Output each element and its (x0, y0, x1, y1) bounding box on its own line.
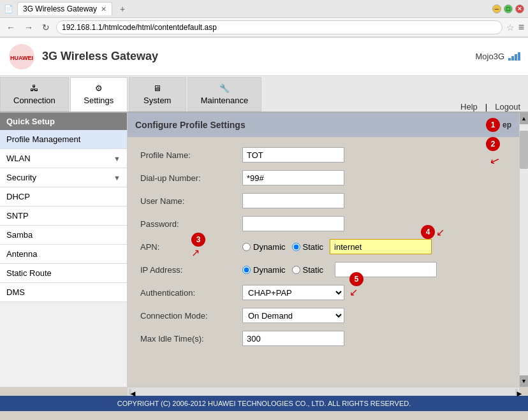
max-idle-input[interactable] (242, 331, 344, 346)
form-row-profile-name: Profile Name: (140, 147, 506, 163)
sidebar-item-wlan[interactable]: WLAN ▼ (0, 149, 127, 168)
huawei-logo: HUAWEI (8, 43, 36, 71)
tab-system[interactable]: 🖥 System (129, 77, 186, 112)
browser-chrome: 📄 3G Wireless Gateway ✕ + ─ □ ✕ ← → ↻ ☆ … (0, 0, 528, 38)
ip-radio-group: Dynamic Static (242, 262, 437, 277)
tab-system-label: System (143, 96, 171, 105)
arrow-4-icon: ↙ (436, 226, 444, 238)
arrow-3-icon: ↗ (191, 247, 205, 259)
username-display: Mojo3G (475, 52, 504, 61)
logo-area: HUAWEI 3G Wireless Gateway (8, 43, 158, 71)
scroll-down-btn[interactable]: ▼ (520, 375, 528, 387)
annotation-4-area: 4 ↙ (330, 239, 432, 254)
browser-tab-active[interactable]: 3G Wireless Gateway ✕ (17, 2, 112, 15)
bookmark-star-icon[interactable]: ☆ (506, 22, 515, 33)
password-input[interactable] (242, 216, 344, 231)
step-badge-2: 2 (486, 137, 500, 151)
nav-separator: | (485, 102, 487, 112)
arrow-5-icon: ↙ (349, 286, 363, 298)
app-header: HUAWEI 3G Wireless Gateway Mojo3G (0, 38, 528, 76)
profile-name-label: Profile Name: (140, 150, 242, 160)
step-ep-label: ep (502, 120, 511, 129)
annotation-5-area: 5 ↙ (349, 272, 363, 298)
sidebar-item-dhcp[interactable]: DHCP (0, 187, 127, 206)
close-btn[interactable]: ✕ (515, 4, 524, 13)
sidebar-label-sntp: SNTP (6, 211, 29, 221)
apn-dynamic-radio-label[interactable]: Dynamic (242, 242, 286, 252)
ip-static-radio-label[interactable]: Static (292, 265, 324, 275)
back-btn[interactable]: ← (4, 21, 18, 34)
annotation-3-area: 3 ↗ (191, 233, 205, 259)
sidebar-item-samba[interactable]: Samba (0, 226, 127, 245)
auth-label: Authentication: (140, 288, 242, 298)
profile-name-input[interactable] (242, 147, 344, 163)
apn-static-radio-label[interactable]: Static (292, 242, 324, 252)
browser-menu-btn[interactable]: ≡ (518, 22, 524, 33)
signal-strength-icon (508, 52, 520, 61)
sidebar-label-profile-management: Profile Management (6, 134, 80, 144)
hscroll-right-btn[interactable]: ► (515, 389, 518, 395)
sidebar-item-profile-management[interactable]: Profile Management (0, 130, 127, 149)
title-bar: 📄 3G Wireless Gateway ✕ + ─ □ ✕ (0, 0, 528, 18)
apn-radio-group: Dynamic Static 4 ↙ (242, 239, 432, 254)
username-input[interactable] (242, 193, 344, 208)
wlan-expand-icon: ▼ (114, 155, 121, 163)
url-input[interactable] (56, 20, 502, 34)
horizontal-scrollbar[interactable]: ◄ ► (128, 387, 519, 396)
help-link[interactable]: Help (460, 102, 478, 112)
step-badge-5: 5 (349, 272, 363, 286)
sidebar-item-antenna[interactable]: Antenna (0, 245, 127, 264)
tab-close-icon[interactable]: ✕ (101, 5, 106, 13)
arrow-2-icon: ↙ (488, 152, 502, 169)
sidebar: Quick Setup Profile Management WLAN ▼ Se… (0, 113, 128, 387)
tab-title: 3G Wireless Gateway (23, 4, 97, 13)
dialup-number-input[interactable] (242, 170, 344, 185)
tab-maintenance[interactable]: 🔧 Maintenance (187, 77, 261, 112)
tab-settings-label: Settings (84, 96, 114, 105)
sidebar-label-dms: DMS (6, 287, 25, 297)
minimize-btn[interactable]: ─ (492, 4, 501, 13)
sidebar-label-dhcp: DHCP (6, 192, 30, 201)
reload-btn[interactable]: ↻ (40, 21, 52, 34)
sidebar-header: Quick Setup (0, 113, 127, 130)
ip-dynamic-radio-label[interactable]: Dynamic (242, 265, 286, 275)
nav-right-links: Help | Logout (460, 102, 528, 112)
form-area: 2 ↙ Profile Name: Dial-up Number: User N… (128, 137, 519, 387)
favicon-icon: 📄 (4, 4, 13, 13)
title-bar-left: 📄 3G Wireless Gateway ✕ + (4, 2, 129, 15)
new-tab-btn[interactable]: + (116, 3, 129, 15)
form-row-max-idle: Max Idle Time(s): (140, 331, 506, 346)
hscroll-left-btn[interactable]: ◄ (129, 389, 131, 395)
form-row-dialup: Dial-up Number: (140, 170, 506, 185)
ip-static-label: Static (303, 265, 324, 275)
content-wrapper: Configure Profile Settings 1 ep 2 ↙ Prof… (128, 113, 519, 387)
footer-text: COPYRIGHT (C) 2006-2012 HUAWEI TECHNOLOG… (117, 400, 411, 407)
sidebar-item-security[interactable]: Security ▼ (0, 168, 127, 187)
apn-static-radio[interactable] (292, 243, 300, 251)
password-label: Password: (140, 219, 242, 229)
sidebar-item-static-route[interactable]: Static Route (0, 264, 127, 283)
apn-dynamic-label: Dynamic (253, 242, 286, 252)
sidebar-item-dms[interactable]: DMS (0, 283, 127, 302)
apn-dynamic-radio[interactable] (242, 243, 251, 251)
tab-connection-label: Connection (13, 96, 55, 105)
forward-btn[interactable]: → (22, 21, 36, 34)
connection-icon: 🖧 (30, 83, 38, 93)
sidebar-item-sntp[interactable]: SNTP (0, 206, 127, 226)
vertical-scrollbar[interactable]: ▲ ▼ (519, 113, 528, 387)
scroll-up-btn[interactable]: ▲ (520, 113, 528, 124)
maximize-btn[interactable]: □ (504, 4, 513, 13)
tab-settings[interactable]: ⚙ Settings (70, 77, 128, 112)
ip-static-radio[interactable] (292, 266, 300, 274)
tab-connection[interactable]: 🖧 Connection (0, 77, 69, 112)
connection-mode-select[interactable]: On Demand Always On Manual (242, 308, 344, 323)
form-row-password: Password: (140, 216, 506, 231)
apn-static-input[interactable] (330, 239, 432, 254)
sidebar-label-static-route: Static Route (6, 268, 52, 278)
form-row-ip: IP Address: Dynamic Static (140, 262, 506, 277)
scroll-thumb[interactable] (520, 131, 528, 169)
logout-link[interactable]: Logout (495, 102, 520, 112)
ip-address-label: IP Address: (140, 265, 242, 275)
auth-select[interactable]: CHAP+PAP CHAP PAP None (242, 285, 344, 300)
ip-dynamic-radio[interactable] (242, 266, 251, 274)
